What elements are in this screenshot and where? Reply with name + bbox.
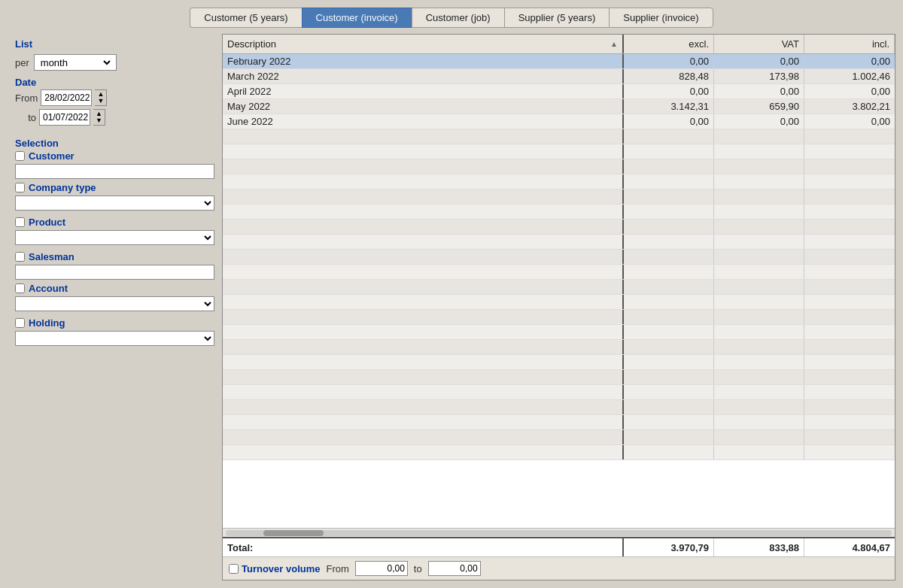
table-row-empty — [223, 280, 895, 295]
table-row-empty — [223, 400, 895, 415]
table-row-empty — [223, 235, 895, 250]
turnover-from-input[interactable] — [355, 561, 408, 576]
account-select-row — [15, 296, 214, 311]
table-row[interactable]: February 2022 0,00 0,00 0,00 — [223, 54, 895, 69]
account-select[interactable] — [15, 296, 214, 311]
account-checkbox[interactable] — [15, 283, 25, 293]
salesman-checkbox-row: Salesman — [15, 251, 214, 262]
salesman-label: Salesman — [29, 251, 74, 262]
company-type-checkbox[interactable] — [15, 183, 25, 192]
per-select[interactable]: month week year — [38, 56, 113, 69]
tab-customer-invoice[interactable]: Customer (invoice) — [302, 8, 412, 28]
table-row-empty — [223, 430, 895, 445]
table-row-empty — [223, 220, 895, 235]
td-incl: 3.802,21 — [804, 99, 895, 114]
holding-select[interactable] — [15, 331, 214, 346]
account-label: Account — [29, 283, 68, 294]
customer-input[interactable] — [15, 164, 214, 179]
holding-checkbox[interactable] — [15, 318, 25, 328]
company-type-select-row — [15, 195, 214, 211]
table-row-empty — [223, 385, 895, 400]
td-description: April 2022 — [223, 84, 624, 99]
to-label: to — [15, 112, 36, 123]
product-select[interactable] — [15, 230, 214, 245]
company-type-select[interactable] — [15, 195, 214, 211]
table-row-empty — [223, 445, 895, 460]
table-row-empty — [223, 129, 895, 144]
customer-checkbox-row: Customer — [15, 150, 214, 162]
turnover-from-label: From — [327, 563, 349, 574]
table-row-empty — [223, 325, 895, 340]
to-date-row: to 01/07/2022 ▲▼ — [15, 109, 214, 126]
total-vat: 833,88 — [714, 538, 804, 556]
per-select-box[interactable]: month week year — [34, 54, 117, 71]
td-description: June 2022 — [223, 114, 624, 129]
td-vat: 0,00 — [714, 84, 804, 99]
td-excl: 0,00 — [624, 114, 714, 129]
td-incl: 0,00 — [804, 114, 895, 129]
selection-section-title: Selection — [15, 138, 214, 149]
table-row-empty — [223, 250, 895, 265]
table-row-empty — [223, 189, 895, 205]
th-description: Description ▲ — [223, 35, 624, 53]
holding-select-row — [15, 331, 214, 346]
salesman-checkbox[interactable] — [15, 252, 25, 262]
table-row-empty — [223, 174, 895, 189]
main-content: List per month week year Date From 28 — [8, 34, 895, 580]
turnover-to-input[interactable] — [428, 561, 481, 576]
td-description: February 2022 — [223, 54, 624, 68]
product-checkbox[interactable] — [15, 217, 25, 227]
td-description: May 2022 — [223, 99, 624, 114]
table-row-empty — [223, 370, 895, 385]
tab-customer-job[interactable]: Customer (job) — [412, 8, 504, 28]
from-date-input-box: 28/02/2022 — [41, 89, 92, 106]
table-row[interactable]: June 2022 0,00 0,00 0,00 — [223, 114, 895, 129]
from-date-row: From 28/02/2022 ▲▼ — [15, 89, 214, 106]
to-date-input-box: 01/07/2022 — [39, 109, 90, 126]
salesman-input[interactable] — [15, 265, 214, 280]
td-vat: 173,98 — [714, 69, 804, 83]
th-incl: incl. — [804, 35, 895, 53]
table-row-empty — [223, 159, 895, 174]
table-row-empty — [223, 144, 895, 159]
table-row[interactable]: April 2022 0,00 0,00 0,00 — [223, 84, 895, 99]
td-vat: 0,00 — [714, 54, 804, 68]
selection-section: Selection Customer Company type — [15, 138, 214, 352]
from-label: From — [15, 92, 38, 104]
td-description: March 2022 — [223, 69, 624, 83]
from-date-value: 28/02/2022 — [44, 92, 90, 103]
turnover-to-label: to — [414, 563, 422, 574]
total-excl: 3.970,79 — [624, 538, 714, 556]
table-row-empty — [223, 355, 895, 370]
list-section-title: List — [15, 38, 214, 50]
turnover-checkbox-row: Turnover volume — [229, 563, 321, 574]
turnover-checkbox[interactable] — [229, 564, 239, 574]
tab-supplier-5years[interactable]: Supplier (5 years) — [504, 8, 610, 28]
to-date-value: 01/07/2022 — [43, 112, 88, 123]
table-row-empty — [223, 205, 895, 220]
scrollbar-track[interactable] — [226, 530, 892, 536]
table-header: Description ▲ excl. VAT incl. — [223, 35, 895, 54]
turnover-label: Turnover volume — [242, 563, 321, 574]
from-date-arrow[interactable]: ▲▼ — [95, 89, 107, 106]
td-incl: 0,00 — [804, 84, 895, 99]
td-excl: 3.142,31 — [624, 99, 714, 114]
td-vat: 659,90 — [714, 99, 804, 114]
td-excl: 0,00 — [624, 54, 714, 68]
tab-customer-5years[interactable]: Customer (5 years) — [190, 8, 301, 28]
scrollbar-thumb[interactable] — [263, 530, 324, 536]
tab-supplier-invoice[interactable]: Supplier (invoice) — [609, 8, 713, 28]
company-type-checkbox-row: Company type — [15, 182, 214, 193]
table-row[interactable]: May 2022 3.142,31 659,90 3.802,21 — [223, 99, 895, 114]
product-select-row — [15, 230, 214, 245]
table-row[interactable]: March 2022 828,48 173,98 1.002,46 — [223, 69, 895, 84]
left-panel: List per month week year Date From 28 — [8, 34, 222, 580]
total-incl: 4.804,67 — [804, 538, 895, 556]
account-checkbox-row: Account — [15, 283, 214, 294]
scrollbar-row[interactable] — [223, 528, 895, 537]
customer-checkbox[interactable] — [15, 151, 25, 161]
th-vat: VAT — [714, 35, 804, 53]
sort-icon[interactable]: ▲ — [610, 40, 618, 48]
to-date-arrow[interactable]: ▲▼ — [93, 109, 105, 126]
product-label: Product — [29, 217, 65, 228]
